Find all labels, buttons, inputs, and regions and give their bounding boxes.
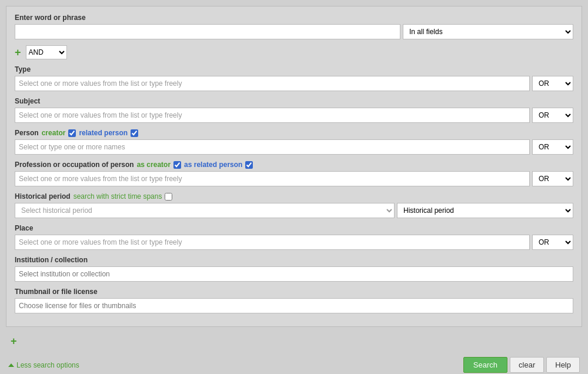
add-row: + AND OR NOT [15, 45, 573, 59]
institution-label: Institution / collection [15, 256, 573, 264]
strict-time-checkbox[interactable] [165, 193, 172, 201]
profession-input[interactable] [15, 171, 530, 186]
profession-label-row: Profession or occupation of person as cr… [15, 161, 573, 169]
as-related-person-label: as related person [184, 161, 242, 169]
main-container: Enter word or phrase In all fields Title… [0, 0, 588, 374]
person-label: Person [15, 129, 39, 137]
strict-time-label: search with strict time spans [74, 192, 162, 201]
institution-input[interactable] [15, 266, 573, 282]
word-phrase-label: Enter word or phrase [15, 14, 573, 22]
add-row-plus-icon[interactable]: + [15, 47, 21, 58]
type-input[interactable] [15, 76, 530, 91]
thumbnail-group: Thumbnail or file license [15, 288, 573, 313]
bottom-plus-icon[interactable]: + [8, 333, 19, 350]
person-or-select[interactable]: ORANDNOT [532, 139, 573, 155]
person-label-row: Person creator related person [15, 129, 573, 137]
profession-or-select[interactable]: ORANDNOT [532, 171, 573, 186]
person-input[interactable] [15, 139, 530, 155]
bottom-bar: Less search options Search clear Help [6, 352, 582, 374]
type-or-select[interactable]: ORANDNOT [532, 76, 573, 91]
type-group: Type ORANDNOT [15, 65, 573, 91]
place-group: Place ORANDNOT [15, 224, 573, 250]
profession-group: Profession or occupation of person as cr… [15, 161, 573, 186]
subject-input[interactable] [15, 108, 530, 123]
type-input-row: ORANDNOT [15, 76, 573, 91]
word-phrase-row: In all fields Title Description Creator … [15, 24, 573, 39]
as-creator-label: as creator [137, 161, 171, 169]
profession-label: Profession or occupation of person [15, 161, 134, 169]
place-or-select[interactable]: ORANDNOT [532, 235, 573, 250]
related-person-label: related person [79, 129, 128, 137]
less-options-link[interactable]: Less search options [8, 361, 79, 369]
historical-group: Historical period search with strict tim… [15, 192, 573, 218]
in-all-fields-select[interactable]: In all fields Title Description Creator … [403, 24, 573, 39]
place-input[interactable] [15, 235, 530, 250]
as-creator-checkbox[interactable] [173, 161, 181, 169]
historical-label-row: Historical period search with strict tim… [15, 192, 573, 201]
subject-input-row: ORANDNOT [15, 108, 573, 123]
person-group: Person creator related person ORANDNOT [15, 129, 573, 155]
search-panel: Enter word or phrase In all fields Title… [6, 6, 582, 327]
as-related-person-checkbox[interactable] [245, 161, 253, 169]
subject-group: Subject ORANDNOT [15, 97, 573, 123]
historical-input-row: Select historical period Historical peri… [15, 203, 573, 218]
historical-label: Historical period [15, 192, 71, 201]
chevron-up-icon [8, 363, 14, 367]
clear-button[interactable]: clear [510, 357, 544, 373]
creator-checkbox[interactable] [68, 129, 76, 137]
place-input-row: ORANDNOT [15, 235, 573, 250]
profession-input-row: ORANDNOT [15, 171, 573, 186]
historical-period-select[interactable]: Select historical period [15, 203, 395, 218]
and-select[interactable]: AND OR NOT [26, 45, 67, 59]
historical-right-select[interactable]: Historical period Date range [397, 203, 573, 218]
word-phrase-input[interactable] [15, 24, 400, 39]
institution-group: Institution / collection [15, 256, 573, 282]
subject-or-select[interactable]: ORANDNOT [532, 108, 573, 123]
search-button[interactable]: Search [463, 357, 507, 373]
subject-label: Subject [15, 97, 573, 105]
type-label: Type [15, 65, 573, 74]
thumbnail-label: Thumbnail or file license [15, 288, 573, 296]
action-buttons: Search clear Help [463, 357, 580, 373]
help-button[interactable]: Help [546, 357, 580, 373]
less-options-label: Less search options [16, 361, 79, 369]
place-label: Place [15, 224, 573, 232]
person-input-row: ORANDNOT [15, 139, 573, 155]
thumbnail-input[interactable] [15, 298, 573, 313]
creator-label: creator [42, 129, 66, 137]
related-person-checkbox[interactable] [131, 129, 138, 137]
word-phrase-group: Enter word or phrase In all fields Title… [15, 14, 573, 39]
